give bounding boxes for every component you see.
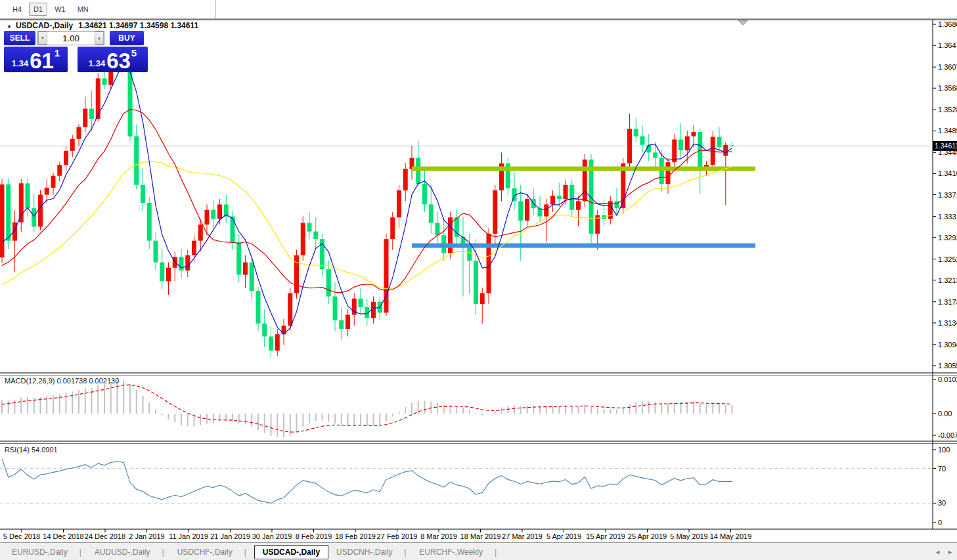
- svg-text:1.36070: 1.36070: [938, 63, 957, 71]
- tab-usdcad-daily[interactable]: USDCAD-,Daily: [254, 545, 328, 559]
- macd-indicator-label: MACD(12,26,9) 0.001738 0.002130: [5, 377, 119, 385]
- trendline: [412, 167, 755, 171]
- timeframe-button-group: H4 D1 W1 MN: [0, 0, 216, 18]
- svg-text:1.31340: 1.31340: [938, 319, 957, 327]
- svg-text:1.33710: 1.33710: [938, 191, 957, 199]
- svg-text:1.32520: 1.32520: [938, 255, 957, 263]
- chart-ohlc-values: 1.34621 1.34697 1.34598 1.34611: [78, 21, 198, 30]
- symbol-tabbar: EURUSD-,Daily AUDUSD-,Daily USDCHF-,Dail…: [0, 542, 957, 560]
- trading-app-window: H4 D1 W1 MN 1.368601.364701.360701.35680…: [0, 0, 957, 560]
- chart-symbol-label: USDCAD-,Daily: [16, 21, 73, 30]
- svg-text:25 Apr 2019: 25 Apr 2019: [628, 532, 667, 540]
- svg-text:1.30940: 1.30940: [938, 341, 957, 349]
- svg-text:1.32920: 1.32920: [938, 234, 957, 242]
- trendline: [412, 244, 755, 248]
- timeframe-w1-button[interactable]: W1: [50, 3, 70, 16]
- buy-price-prefix: 1.34: [89, 58, 105, 68]
- buy-button[interactable]: BUY: [110, 31, 144, 45]
- tab-usdchf-daily[interactable]: USDCHF-,Daily: [171, 545, 253, 559]
- svg-text:24 Dec 2018: 24 Dec 2018: [85, 532, 125, 540]
- volume-stepper: ▼ ▲: [37, 31, 104, 45]
- one-click-trading-panel: SELL ▼ ▲ BUY 1.34 61 1 1.34 63 5: [4, 31, 148, 72]
- volume-input[interactable]: [47, 32, 95, 45]
- svg-text:5 May 2019: 5 May 2019: [670, 532, 707, 540]
- svg-text:27 Mar 2019: 27 Mar 2019: [502, 532, 543, 540]
- rsi-indicator-label: RSI(14) 54.0901: [5, 446, 58, 454]
- svg-text:18 Feb 2019: 18 Feb 2019: [335, 532, 376, 540]
- tab-eurchf-weekly[interactable]: EURCHF-,Weekly: [413, 545, 504, 559]
- svg-text:1.36860: 1.36860: [938, 20, 957, 28]
- tab-eurusd-daily[interactable]: EURUSD-,Daily: [5, 545, 88, 559]
- timeframe-d1-button[interactable]: D1: [29, 3, 47, 16]
- svg-text:8 Feb 2019: 8 Feb 2019: [296, 532, 332, 540]
- sell-price-prefix: 1.34: [12, 58, 28, 68]
- svg-text:21 Jan 2019: 21 Jan 2019: [210, 532, 250, 540]
- svg-text:0.010229: 0.010229: [938, 376, 957, 383]
- svg-text:5 Dec 2018: 5 Dec 2018: [3, 532, 40, 540]
- timeframe-mn-button[interactable]: MN: [73, 3, 93, 16]
- svg-text:1.36470: 1.36470: [938, 41, 957, 49]
- svg-text:-0.00747: -0.00747: [938, 431, 957, 439]
- svg-text:8 Mar 2019: 8 Mar 2019: [420, 532, 457, 540]
- svg-text:1.30550: 1.30550: [938, 362, 957, 370]
- svg-text:30 Jan 2019: 30 Jan 2019: [252, 532, 292, 540]
- buy-price-sup: 5: [131, 47, 137, 58]
- trade-panel-toggle-icon[interactable]: ▲: [7, 23, 12, 29]
- tab-scroll-right-icon[interactable]: ►: [947, 549, 953, 555]
- timeframe-toolbar: H4 D1 W1 MN: [0, 0, 957, 19]
- svg-text:1.33310: 1.33310: [938, 213, 957, 221]
- tab-usdcnh-daily[interactable]: USDCNH-,Daily: [330, 545, 412, 559]
- svg-text:70: 70: [938, 465, 946, 473]
- svg-text:100: 100: [938, 446, 950, 454]
- svg-text:1.35280: 1.35280: [938, 106, 957, 114]
- svg-text:14 May 2019: 14 May 2019: [710, 532, 752, 540]
- chart-title: ▲ USDCAD-,Daily 1.34621 1.34697 1.34598 …: [7, 21, 198, 30]
- sell-price-big: 61: [30, 51, 54, 71]
- svg-text:1.32130: 1.32130: [938, 276, 957, 284]
- sell-price-box[interactable]: 1.34 61 1: [4, 47, 68, 72]
- svg-text:5 Apr 2019: 5 Apr 2019: [546, 532, 581, 540]
- svg-text:11 Jan 2019: 11 Jan 2019: [169, 532, 208, 540]
- svg-text:1.31730: 1.31730: [938, 298, 957, 306]
- tab-audusd-daily[interactable]: AUDUSD-,Daily: [88, 545, 171, 559]
- svg-text:0: 0: [938, 519, 942, 527]
- svg-text:1.34611: 1.34611: [935, 142, 957, 150]
- svg-text:1.34100: 1.34100: [938, 169, 957, 177]
- volume-down-icon[interactable]: ▼: [38, 32, 47, 45]
- timeframe-h4-button[interactable]: H4: [8, 3, 26, 16]
- svg-text:15 Apr 2019: 15 Apr 2019: [586, 532, 625, 540]
- svg-text:0.00: 0.00: [938, 410, 952, 418]
- svg-text:1.35680: 1.35680: [938, 84, 957, 92]
- svg-text:2 Jan 2019: 2 Jan 2019: [129, 532, 164, 540]
- svg-text:1.34890: 1.34890: [938, 127, 957, 135]
- buy-price-big: 63: [106, 51, 131, 71]
- price-chart-canvas[interactable]: 1.368601.364701.360701.356801.352801.348…: [0, 0, 957, 560]
- tab-scroll-left-icon[interactable]: ◄: [935, 549, 941, 555]
- sell-price-sup: 1: [55, 47, 60, 58]
- tab-scroll-controls: ◄ ►: [935, 549, 953, 555]
- svg-text:30: 30: [938, 499, 946, 507]
- svg-text:14 Dec 2018: 14 Dec 2018: [43, 532, 83, 540]
- volume-up-icon[interactable]: ▲: [95, 32, 104, 45]
- buy-price-box[interactable]: 1.34 63 5: [78, 47, 148, 72]
- svg-text:27 Feb 2019: 27 Feb 2019: [377, 532, 418, 540]
- svg-text:18 Mar 2019: 18 Mar 2019: [460, 532, 501, 540]
- sell-button[interactable]: SELL: [4, 31, 35, 45]
